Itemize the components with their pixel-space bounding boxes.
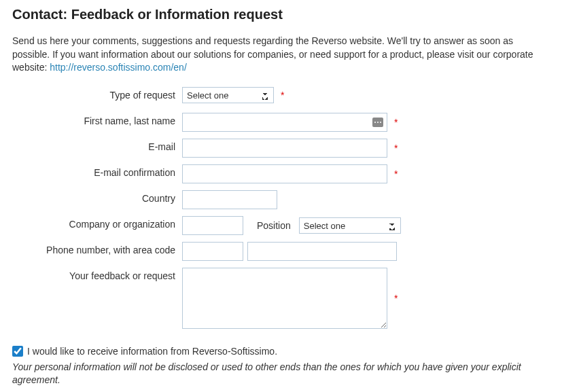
type-of-request-label: Type of request	[12, 87, 182, 101]
required-marker: *	[394, 293, 398, 304]
corporate-link[interactable]: http://reverso.softissimo.com/en/	[50, 62, 187, 73]
consent-label: I would like to receive information from…	[27, 346, 277, 357]
required-marker: *	[281, 90, 284, 101]
disclaimer-text: Your personal information will not be di…	[12, 361, 550, 387]
position-select[interactable]: Select one	[299, 217, 401, 234]
country-input[interactable]	[182, 190, 277, 209]
country-label: Country	[12, 190, 182, 204]
type-of-request-select[interactable]: Select one	[182, 87, 274, 103]
email-confirmation-input[interactable]	[182, 164, 387, 183]
name-label: First name, last name	[12, 113, 182, 126]
company-input[interactable]	[182, 216, 243, 235]
feedback-label: Your feedback or request	[12, 268, 182, 281]
required-marker: *	[394, 168, 398, 179]
email-input[interactable]	[182, 139, 387, 158]
email-conf-label: E-mail confirmation	[12, 164, 182, 178]
position-label: Position	[247, 220, 295, 231]
phone-number-input[interactable]	[247, 242, 397, 261]
consent-checkbox[interactable]	[12, 346, 23, 357]
phone-label: Phone number, with area code	[12, 242, 182, 255]
company-label: Company or organization	[12, 216, 182, 230]
intro-paragraph: Send us here your comments, suggestions …	[12, 35, 550, 75]
area-code-input[interactable]	[182, 242, 243, 261]
page-title: Contact: Feedback or Information request	[12, 7, 550, 22]
email-label: E-mail	[12, 139, 182, 152]
required-marker: *	[394, 117, 398, 128]
name-input[interactable]	[182, 113, 387, 132]
ellipsis-icon	[372, 118, 383, 127]
required-marker: *	[394, 143, 398, 154]
feedback-textarea[interactable]	[182, 268, 387, 329]
